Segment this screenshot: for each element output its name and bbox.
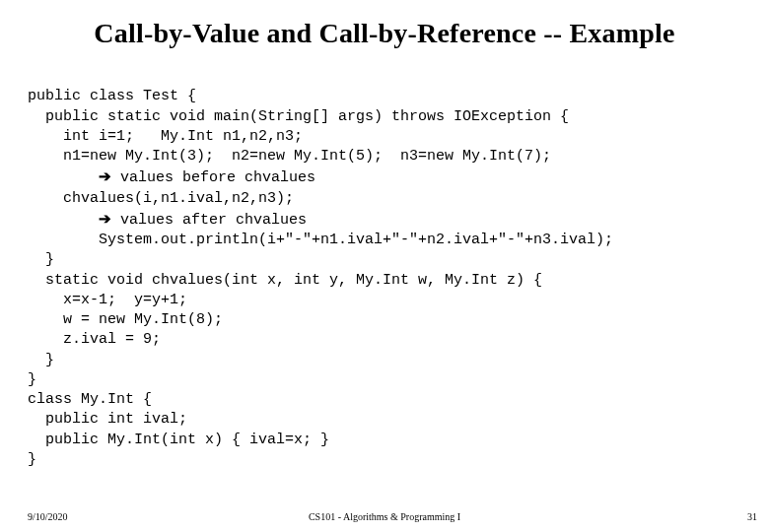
code-comment: values before chvalues <box>111 169 315 186</box>
code-line-indent <box>28 169 99 186</box>
code-line-indent <box>28 212 99 229</box>
slide: Call-by-Value and Call-by-Reference -- E… <box>0 0 769 532</box>
code-line: public class Test { <box>28 88 196 104</box>
code-line: } <box>28 451 36 468</box>
code-line: z.ival = 9; <box>28 331 161 348</box>
code-line: w = new My.Int(8); <box>28 311 223 328</box>
code-line: x=x-1; y=y+1; <box>28 292 187 308</box>
code-line: System.out.println(i+"-"+n1.ival+"-"+n2.… <box>28 232 613 248</box>
code-line: } <box>28 371 36 388</box>
slide-title: Call-by-Value and Call-by-Reference -- E… <box>28 18 741 49</box>
code-line: chvalues(i,n1.ival,n2,n3); <box>28 190 294 207</box>
code-comment: values after chvalues <box>111 212 307 229</box>
code-block: public class Test { public static void m… <box>28 67 741 490</box>
code-line: n1=new My.Int(3); n2=new My.Int(5); n3=n… <box>28 148 551 165</box>
footer-course: CS101 - Algorithms & Programming I <box>0 511 769 522</box>
code-line: public int ival; <box>28 411 187 428</box>
arrow-icon: ➔ <box>99 210 111 227</box>
code-line: public My.Int(int x) { ival=x; } <box>28 432 329 448</box>
code-line: class My.Int { <box>28 391 152 408</box>
arrow-icon: ➔ <box>99 167 111 184</box>
code-line: static void chvalues(int x, int y, My.In… <box>28 272 542 289</box>
code-line: int i=1; My.Int n1,n2,n3; <box>28 128 303 145</box>
code-line: public static void main(String[] args) t… <box>28 108 569 125</box>
footer-page-number: 31 <box>747 511 757 522</box>
code-line: } <box>28 352 54 368</box>
code-line: } <box>28 251 54 268</box>
